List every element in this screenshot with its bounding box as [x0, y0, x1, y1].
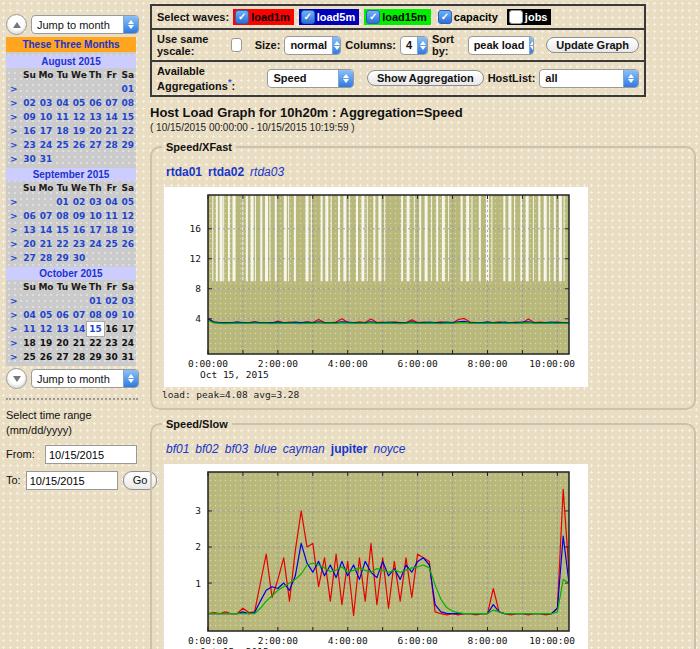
yscale-checkbox[interactable] [231, 38, 242, 52]
day-link[interactable]: 10 [120, 308, 136, 322]
day-link[interactable]: 27 [21, 251, 37, 265]
day-link[interactable]: 13 [21, 223, 37, 237]
day-link[interactable]: 03 [87, 195, 103, 209]
day-link[interactable]: 20 [87, 124, 103, 138]
day-link[interactable]: 24 [87, 237, 103, 251]
day-link[interactable]: 07 [38, 209, 55, 223]
day-link[interactable]: 29 [54, 251, 70, 265]
day-link[interactable]: 21 [38, 237, 55, 251]
day-link[interactable]: 15 [54, 223, 70, 237]
capacity-checkbox[interactable]: ✓ [438, 10, 452, 24]
day-link[interactable]: 11 [21, 322, 37, 336]
wave-load5m[interactable]: ✓load5m [299, 9, 360, 25]
day-link[interactable]: 13 [87, 110, 103, 124]
day-link[interactable]: 06 [87, 96, 103, 110]
day-link[interactable]: 19 [71, 124, 88, 138]
day-link[interactable]: 28 [104, 138, 120, 152]
day-link[interactable]: 06 [21, 209, 37, 223]
week-link[interactable]: > [6, 195, 21, 209]
host-link[interactable]: jupiter [331, 442, 368, 456]
day-link[interactable]: 12 [120, 209, 136, 223]
week-link[interactable]: > [6, 96, 21, 110]
host-link[interactable]: blue [254, 442, 277, 456]
day-link[interactable]: 21 [104, 124, 120, 138]
day-link[interactable]: 23 [21, 138, 37, 152]
day-link[interactable]: 30 [21, 152, 37, 166]
day-link[interactable]: 01 [87, 294, 103, 308]
wave-capacity[interactable]: ✓capacity [436, 9, 502, 25]
load5m-checkbox[interactable]: ✓ [301, 10, 315, 24]
day-link[interactable]: 14 [71, 322, 88, 336]
day-link[interactable]: 07 [104, 96, 120, 110]
day-link[interactable]: 22 [54, 237, 70, 251]
week-link[interactable]: > [6, 294, 21, 308]
day-link[interactable]: 31 [38, 152, 55, 166]
day-link[interactable]: 20 [21, 237, 37, 251]
week-link[interactable]: > [6, 82, 21, 96]
day-link[interactable]: 04 [104, 195, 120, 209]
day-link[interactable]: 02 [71, 195, 88, 209]
day-link[interactable]: 03 [120, 294, 136, 308]
wave-jobs[interactable]: jobs [507, 9, 552, 25]
day-link[interactable]: 08 [120, 96, 136, 110]
day-link[interactable]: 16 [21, 124, 37, 138]
day-link[interactable]: 05 [71, 96, 88, 110]
scroll-up-button[interactable] [6, 14, 27, 35]
host-link[interactable]: bf03 [225, 442, 248, 456]
host-link[interactable]: rtda03 [250, 165, 284, 179]
day-link[interactable]: 14 [104, 110, 120, 124]
from-date-input[interactable] [45, 445, 137, 464]
day-link[interactable]: 26 [71, 138, 88, 152]
day-link[interactable]: 25 [54, 138, 70, 152]
day-link[interactable]: 05 [38, 308, 55, 322]
day-link[interactable]: 04 [21, 308, 37, 322]
day-link[interactable]: 14 [38, 223, 55, 237]
day-link[interactable]: 09 [21, 110, 37, 124]
wave-load1m[interactable]: ✓load1m [233, 9, 294, 25]
week-link[interactable]: > [6, 251, 21, 265]
day-link[interactable]: 28 [38, 251, 55, 265]
aggregation-select[interactable]: Speed [267, 69, 353, 88]
week-link[interactable]: > [6, 308, 21, 322]
day-link[interactable]: 01 [54, 195, 70, 209]
day-link[interactable]: 09 [104, 308, 120, 322]
day-selected[interactable]: 15 [87, 322, 103, 336]
week-link[interactable]: > [6, 110, 21, 124]
day-link[interactable]: 05 [120, 195, 136, 209]
day-link[interactable]: 17 [38, 124, 55, 138]
hostlist-select[interactable]: all [539, 69, 639, 88]
day-link[interactable]: 04 [54, 96, 70, 110]
week-link[interactable]: > [6, 124, 21, 138]
host-link[interactable]: rtda01 [166, 165, 202, 179]
week-link[interactable]: > [6, 322, 21, 336]
day-link[interactable]: 08 [87, 308, 103, 322]
day-link[interactable]: 25 [104, 237, 120, 251]
show-aggregation-button[interactable]: Show Aggregation [367, 70, 484, 86]
jump-to-month-select-bottom[interactable]: Jump to month [31, 369, 139, 388]
day-link[interactable]: 12 [71, 110, 88, 124]
week-link[interactable]: > [6, 237, 21, 251]
wave-load15m[interactable]: ✓load15m [364, 9, 431, 25]
day-link[interactable]: 18 [104, 223, 120, 237]
week-link[interactable]: > [6, 350, 21, 364]
day-link[interactable]: 22 [120, 124, 136, 138]
day-link[interactable]: 06 [54, 308, 70, 322]
jump-to-month-select-top[interactable]: Jump to month [31, 15, 139, 34]
day-link[interactable]: 01 [120, 82, 136, 96]
week-link[interactable]: > [6, 152, 21, 166]
day-link[interactable]: 11 [54, 110, 70, 124]
day-link[interactable]: 10 [87, 209, 103, 223]
scroll-down-button[interactable] [6, 368, 27, 389]
day-link[interactable]: 07 [71, 308, 88, 322]
day-link[interactable]: 15 [120, 110, 136, 124]
day-link[interactable]: 30 [71, 251, 88, 265]
to-date-input[interactable] [26, 471, 118, 490]
day-link[interactable]: 02 [104, 294, 120, 308]
size-select[interactable]: normal [284, 36, 341, 55]
day-link[interactable]: 18 [54, 124, 70, 138]
day-link[interactable]: 19 [120, 223, 136, 237]
day-link[interactable]: 03 [38, 96, 55, 110]
day-link[interactable]: 16 [71, 223, 88, 237]
load1m-checkbox[interactable]: ✓ [235, 10, 249, 24]
host-link[interactable]: cayman [283, 442, 325, 456]
